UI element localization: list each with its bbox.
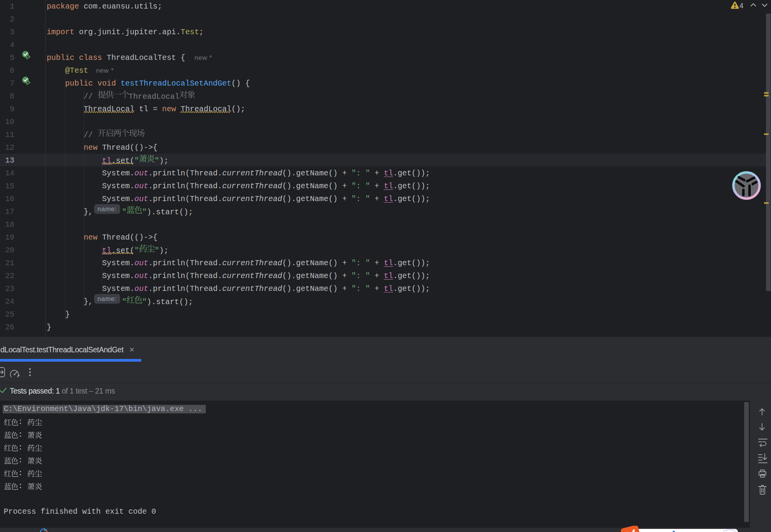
svg-text:4: 4	[739, 2, 743, 10]
